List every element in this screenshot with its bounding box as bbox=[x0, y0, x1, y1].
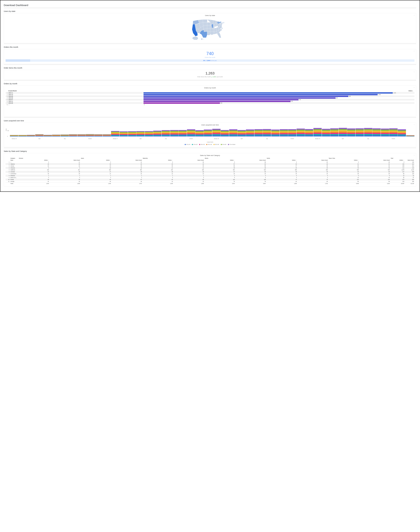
obm-row[interactable]: 42019-08887 bbox=[6, 97, 414, 99]
uat-bar[interactable] bbox=[381, 129, 389, 136]
uat-bar[interactable] bbox=[187, 129, 195, 137]
kpi-items-value[interactable]: 1,263 bbox=[6, 71, 414, 75]
grp-maternity[interactable]: Maternity bbox=[142, 157, 204, 159]
uat-bar[interactable] bbox=[280, 129, 288, 136]
svg-point-16 bbox=[414, 155, 414, 155]
legend-item[interactable]: 50 to 59 bbox=[213, 144, 219, 145]
uat-bar[interactable] bbox=[103, 134, 111, 136]
obm-row[interactable]: 32019-09946 bbox=[6, 95, 414, 97]
uat-bar[interactable] bbox=[297, 129, 305, 136]
obm-row[interactable]: 80 bbox=[6, 104, 414, 105]
legend-item[interactable]: 60 to 69 bbox=[221, 144, 226, 145]
uat-bar[interactable] bbox=[255, 129, 263, 136]
legend-item[interactable]: 30 to 39 bbox=[199, 144, 205, 145]
legend-item[interactable]: 10 to 19 bbox=[185, 144, 190, 145]
col-state[interactable]: State bbox=[10, 159, 18, 161]
grp-socks[interactable]: Socks bbox=[266, 157, 328, 159]
uat-bar[interactable] bbox=[44, 135, 52, 136]
uat-bar[interactable] bbox=[77, 134, 86, 136]
obm-row[interactable]: 62019-12679 bbox=[6, 101, 414, 102]
col-orders[interactable]: Orders⌄ bbox=[144, 90, 414, 91]
uat-bar[interactable] bbox=[86, 134, 94, 136]
tile-menu-icon[interactable] bbox=[413, 14, 415, 16]
table-row[interactable]: 10Florida5859656764681341387478122124472… bbox=[6, 178, 414, 180]
uat-bar[interactable] bbox=[128, 131, 136, 136]
uat-bar[interactable] bbox=[398, 129, 406, 136]
table-row[interactable]: 6Colorado272827282829676935366366217256 bbox=[6, 171, 414, 173]
uat-bar[interactable] bbox=[271, 130, 280, 136]
kpi-progress-total: 13444 bbox=[207, 60, 210, 61]
table-row[interactable]: 9District of C...333399563313133237 bbox=[6, 177, 414, 178]
uat-bar[interactable] bbox=[288, 129, 296, 136]
uat-bar[interactable] bbox=[246, 129, 254, 136]
uat-bar[interactable] bbox=[204, 130, 212, 136]
uat-bar[interactable] bbox=[35, 134, 44, 136]
grp-tops[interactable]: Tops & Tees bbox=[328, 157, 390, 159]
uat-bar[interactable] bbox=[347, 129, 355, 136]
uat-bar[interactable] bbox=[364, 128, 372, 136]
table-row[interactable]: 11Georgia313234341313757624256668219248 bbox=[6, 180, 414, 183]
uat-bar[interactable] bbox=[195, 130, 204, 136]
tile-menu-icon[interactable] bbox=[413, 124, 415, 125]
uat-bar[interactable] bbox=[322, 129, 330, 136]
uat-bar[interactable] bbox=[305, 129, 313, 136]
grp-dresses[interactable]: Dresses bbox=[18, 157, 80, 159]
uat-bar[interactable] bbox=[221, 130, 229, 136]
uat-bar[interactable] bbox=[27, 135, 35, 136]
us-map[interactable] bbox=[6, 17, 414, 41]
uat-bar[interactable] bbox=[111, 131, 119, 136]
uat-bar[interactable] bbox=[229, 129, 237, 136]
col-created-month[interactable]: Created Month bbox=[8, 90, 144, 91]
tile-menu-icon[interactable] bbox=[413, 87, 415, 88]
col-category[interactable]: Category bbox=[10, 157, 18, 159]
uat-bar[interactable] bbox=[372, 128, 381, 136]
obm-row[interactable]: 72019-06353 bbox=[6, 102, 414, 104]
grp-shorts[interactable]: Shorts bbox=[204, 157, 266, 159]
tile-menu-icon[interactable] bbox=[413, 71, 415, 73]
uat-bar[interactable] bbox=[18, 135, 27, 136]
tile-menu-icon[interactable] bbox=[413, 154, 415, 156]
uat-bar[interactable] bbox=[406, 135, 414, 136]
uat-bar[interactable] bbox=[238, 130, 246, 136]
uat-bar[interactable] bbox=[330, 128, 339, 136]
uat-bar[interactable] bbox=[136, 131, 145, 136]
obm-row[interactable]: 12019-111,151 bbox=[6, 92, 414, 94]
obm-row[interactable]: 22019-101,081 bbox=[6, 94, 414, 95]
uat-bar[interactable] bbox=[314, 128, 322, 136]
uat-bar[interactable] bbox=[356, 128, 364, 136]
uat-bar[interactable] bbox=[69, 134, 77, 136]
uat-bar[interactable] bbox=[94, 134, 103, 136]
legend-item[interactable]: 70 or Above bbox=[228, 144, 235, 145]
uat-chart[interactable]: Users 250 0 bbox=[6, 127, 414, 138]
uat-bar[interactable] bbox=[170, 130, 178, 136]
grp-total[interactable]: Total bbox=[390, 157, 414, 159]
table-row[interactable]: 3Arizona323240403535858847486869280312 bbox=[6, 165, 414, 167]
legend-item[interactable]: 20 to 29 bbox=[192, 144, 197, 145]
divider bbox=[4, 117, 416, 118]
table-row[interactable]: 5California24926126026421822550452328829… bbox=[6, 169, 414, 171]
uat-bar[interactable] bbox=[179, 130, 187, 136]
tile-menu-icon[interactable] bbox=[413, 50, 415, 52]
legend-item[interactable]: 40 to 49 bbox=[206, 144, 212, 145]
tile-sales: Sales by State and Category Category Dre… bbox=[4, 153, 416, 187]
table-row[interactable]: 2Alabama252520202324576028286164194221 bbox=[6, 163, 414, 165]
uat-bar[interactable] bbox=[145, 131, 153, 136]
uat-bar[interactable] bbox=[60, 134, 69, 136]
uat-bar[interactable] bbox=[52, 135, 60, 136]
table-row[interactable]: 7Connecticut1919141512131919181928339611… bbox=[6, 173, 414, 175]
uat-bar[interactable] bbox=[212, 129, 221, 136]
obm-row[interactable]: 52019-07716 bbox=[6, 99, 414, 101]
uat-bar[interactable] bbox=[153, 131, 162, 136]
table-row[interactable]: 10110140180380200290130 bbox=[6, 161, 414, 163]
uat-bar[interactable] bbox=[389, 128, 397, 136]
uat-bar[interactable] bbox=[10, 135, 18, 136]
svg-point-15 bbox=[414, 155, 414, 155]
uat-bar[interactable] bbox=[162, 130, 170, 136]
uat-bar[interactable] bbox=[120, 131, 128, 136]
uat-bar[interactable] bbox=[263, 129, 271, 136]
table-row[interactable]: 4Arkansas9916161111282825253333111122 bbox=[6, 167, 414, 169]
kpi-orders-value[interactable]: 740 bbox=[6, 51, 414, 56]
grp-jeans[interactable]: Jeans bbox=[80, 157, 142, 159]
table-row[interactable]: 8Delaware1111113355551216 bbox=[6, 175, 414, 177]
uat-bar[interactable] bbox=[339, 128, 347, 136]
